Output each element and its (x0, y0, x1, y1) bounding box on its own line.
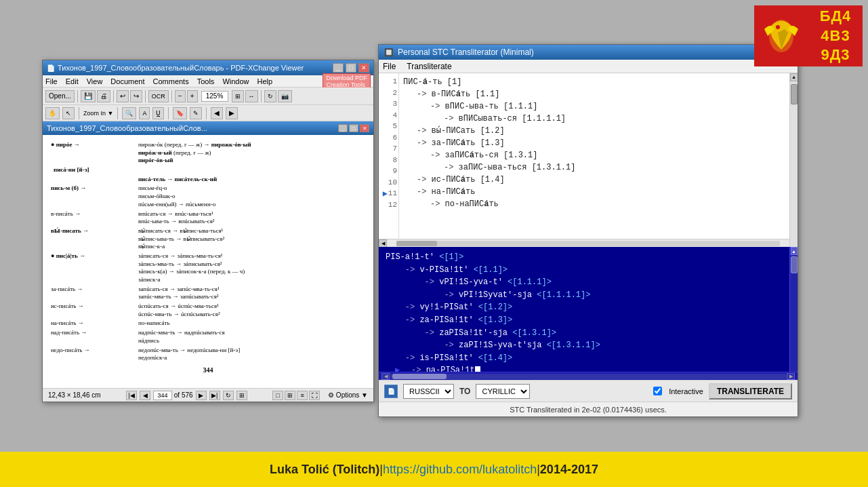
zoom-out-btn[interactable]: − (175, 90, 186, 102)
trans-status-text: STC Transliterated in 2e-02 (0.0174436) … (510, 406, 667, 414)
logo-left (754, 5, 808, 66)
to-script-select[interactable]: CYRILLIC (476, 384, 530, 399)
pdf-inner-window: Тихонов_1997_СловообразовательныйСлов...… (43, 121, 373, 402)
single-page-btn[interactable]: □ (272, 391, 283, 400)
menu-window[interactable]: Window (222, 77, 249, 85)
select-btn[interactable]: ↖ (62, 107, 75, 119)
last-page-btn[interactable]: ▶| (209, 391, 220, 400)
logo-line-3: 9Д3 (821, 45, 850, 65)
transliterate-button[interactable]: TRANSLITERATE (709, 383, 792, 400)
menu-file[interactable]: File (45, 77, 58, 85)
next-page-btn[interactable]: ▶ (196, 391, 207, 400)
zoom-input (201, 91, 228, 102)
ocr-btn[interactable]: OCR (148, 90, 169, 102)
menu-comments[interactable]: Comments (153, 77, 189, 85)
upper-panel-hscroll[interactable]: ◀ ▶ (379, 239, 798, 247)
code-line-8: -> заПИС-ыва-ться [1.3.1.1] (403, 161, 793, 174)
lower-panel-hscroll[interactable]: ◀ ▶ (379, 372, 798, 380)
lc-line-4: -> vPI!1Syvat'-sja <[1.1.1.1]> (386, 289, 791, 302)
page-input[interactable] (153, 391, 172, 400)
lower-panel-scrollbar[interactable]: ▲ (789, 247, 798, 372)
menu-edit[interactable]: Edit (66, 77, 79, 85)
lc-line-9: -> is-PISa!1t' <[1.4]> (386, 352, 791, 365)
underline-btn[interactable]: U̲ (152, 107, 164, 119)
open-btn[interactable]: Open... (45, 90, 75, 102)
lc-line-5: -> vy!1-PISat' <[1.2]> (386, 301, 791, 314)
trans-menu-transliterate[interactable]: Transliterate (407, 62, 451, 71)
undo-btn[interactable]: ↩ (117, 90, 129, 102)
line-num-7: 7 (380, 143, 397, 155)
prev-page-btn[interactable]: ◀ (140, 391, 150, 400)
trans-window-icon: 🔲 (384, 48, 394, 57)
pdf-menu-bar: File Edit View Document Comments Tools W… (43, 75, 373, 87)
toolbar-sep-8 (168, 107, 169, 119)
menu-document[interactable]: Document (110, 77, 144, 85)
trans-bottom-bar: 📄 RUSSCII TO CYRILLIC Interactive TRANSL… (379, 380, 798, 402)
trans-menu-file[interactable]: File (383, 62, 396, 71)
lp-scroll-up[interactable]: ▲ (791, 247, 798, 255)
author-name: Luka Tolić (Tolitch) (270, 463, 379, 477)
lp-hscroll-right[interactable]: ▶ (787, 373, 795, 380)
redo-btn[interactable]: ↪ (130, 90, 142, 102)
menu-tools[interactable]: Tools (197, 77, 215, 85)
highlight-btn[interactable]: A (139, 107, 150, 119)
lp-scroll-thumb[interactable] (392, 374, 447, 379)
hscroll-left-btn[interactable]: ◀ (379, 239, 387, 248)
fit-page-btn[interactable]: ⊞ (232, 90, 244, 102)
zoom-level-field[interactable] (201, 91, 228, 102)
menu-view[interactable]: View (87, 77, 103, 85)
interactive-checkbox[interactable] (653, 387, 662, 395)
close-button[interactable]: ✕ (358, 63, 369, 73)
download-pdf-btn[interactable]: Download PDFCreation Tools (323, 73, 371, 90)
interactive-label[interactable]: Interactive (669, 387, 703, 395)
next-page-toolbar-btn[interactable]: ▶ (226, 107, 238, 119)
hscroll-track (396, 241, 780, 246)
logo-line-1: БД4 (820, 7, 852, 26)
print-btn[interactable]: 🖨 (97, 90, 110, 102)
pdf-statusbar: 12,43 × 18,46 cm |◀ ◀ of 576 ▶ ▶| ↻ ⊞ □ … (43, 388, 373, 402)
lp-scroll-thumb-v[interactable] (791, 256, 798, 273)
github-link[interactable]: https://github.com/lukatolitch (383, 463, 537, 477)
inner-close-btn[interactable]: ✕ (360, 124, 369, 132)
minimize-button[interactable]: _ (333, 63, 344, 73)
trans-code-text: ПИС-á-ть [1] -> в-ПИСáть [1.1] -> вПИС-ы… (399, 73, 798, 239)
hand-btn[interactable]: ✋ (45, 107, 60, 119)
code-line-1: ПИС-á-ть [1] (403, 76, 793, 88)
full-screen-btn[interactable]: ⛶ (309, 391, 320, 400)
line-num-1: 1 (380, 76, 397, 87)
refresh-btn[interactable]: ↻ (223, 391, 234, 400)
two-page-btn[interactable]: ⊞ (285, 391, 295, 400)
fit-width-btn[interactable]: ↔ (245, 90, 258, 102)
zoom-in-btn[interactable]: + (187, 90, 198, 102)
from-script-select[interactable]: RUSSCII (403, 384, 454, 399)
restore-button[interactable]: □ (346, 63, 356, 73)
scroll-up-arrow[interactable]: ▲ (790, 73, 798, 81)
fit-btn[interactable]: ⊞ (236, 391, 247, 400)
code-line-4: -> вПИСывать-ся [1.1.1.1] (403, 113, 793, 125)
scroll-btn[interactable]: ≡ (297, 391, 308, 400)
menu-help[interactable]: Help (257, 77, 273, 85)
snapshot-btn[interactable]: 📷 (278, 90, 292, 102)
trans-upper-panel: 1 2 3 4 5 6 7 8 9 10 ▶11 12 ПИС-á-ть [1]… (379, 73, 798, 247)
annot-btn[interactable]: ✎ (190, 107, 202, 119)
line-num-8: 8 (380, 155, 397, 166)
prev-page-toolbar-btn[interactable]: ◀ (211, 107, 223, 119)
hscroll-thumb[interactable] (396, 241, 437, 246)
bookmark-btn[interactable]: 🔖 (173, 107, 187, 119)
upper-panel-scrollbar[interactable]: ▲ (789, 73, 798, 239)
code-line-3: -> вПИС-ыва-ть [1.1.1] (403, 100, 793, 113)
trans-lower-code: PIS-a!1-t' <[1]> -> v-PISa!1t' <[1.1]> -… (379, 247, 798, 372)
lp-hscroll-left[interactable]: ◀ (381, 373, 390, 380)
zoom-in-label: Zoom In ▼ (83, 110, 113, 117)
trans-lower-panel: PIS-a!1-t' <[1]> -> v-PISa!1t' <[1.1]> -… (379, 247, 798, 380)
inner-maximize-btn[interactable]: □ (349, 124, 358, 132)
save-btn[interactable]: 💾 (81, 90, 96, 102)
inner-restore-btn[interactable]: _ (338, 124, 348, 132)
options-btn[interactable]: ⚙ Options ▼ (328, 391, 368, 399)
toolbar-sep-3 (145, 90, 146, 102)
find-btn[interactable]: 🔍 (122, 107, 136, 119)
first-page-btn[interactable]: |◀ (126, 391, 137, 400)
rotate-btn[interactable]: ↻ (264, 90, 276, 102)
toolbar-sep-9 (206, 107, 207, 119)
scroll-thumb[interactable] (791, 84, 798, 104)
